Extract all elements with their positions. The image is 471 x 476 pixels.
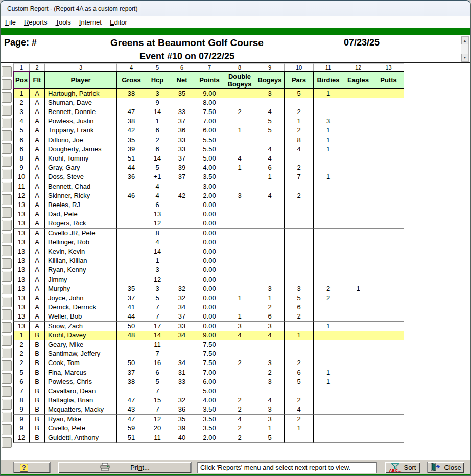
cell-points[interactable]: 0.00: [195, 293, 224, 303]
cell-eagles[interactable]: [343, 387, 373, 396]
cell-pars[interactable]: 2: [285, 126, 314, 135]
cell-pars[interactable]: 5: [285, 293, 314, 303]
column-header-points[interactable]: Points: [195, 71, 224, 89]
cell-dbogeys[interactable]: [224, 284, 255, 293]
cell-eagles[interactable]: [343, 238, 373, 247]
cell-hcp[interactable]: 4: [146, 182, 169, 191]
cell-hcp[interactable]: 3: [146, 265, 169, 275]
cell-pos[interactable]: 13: [13, 238, 30, 247]
cell-putts[interactable]: [373, 405, 404, 415]
cell-bogeys[interactable]: [255, 229, 285, 238]
cell-bogeys[interactable]: [255, 238, 285, 247]
cell-pars[interactable]: [285, 265, 314, 275]
cell-net[interactable]: 33: [169, 322, 195, 331]
column-header-eagles[interactable]: Eagles: [343, 71, 373, 89]
cell-pos[interactable]: 13: [13, 303, 30, 312]
cell-dbogeys[interactable]: [224, 200, 255, 210]
cell-hcp[interactable]: 3: [146, 89, 169, 98]
cell-flt[interactable]: A: [30, 312, 45, 322]
cell-putts[interactable]: [373, 322, 404, 331]
cell-birdies[interactable]: [314, 275, 343, 284]
cell-eagles[interactable]: [343, 89, 373, 98]
cell-flt[interactable]: B: [30, 433, 45, 443]
cell-player[interactable]: Guidetti, Anthony: [45, 433, 117, 443]
cell-pars[interactable]: 6: [285, 303, 314, 312]
cell-dbogeys[interactable]: [224, 145, 255, 154]
cell-points[interactable]: 0.00: [195, 256, 224, 265]
cell-putts[interactable]: [373, 191, 404, 200]
cell-birdies[interactable]: [314, 107, 343, 117]
cell-hcp[interactable]: 5: [146, 377, 169, 387]
cell-points[interactable]: 5.50: [195, 145, 224, 154]
cell-putts[interactable]: [373, 433, 404, 443]
cell-birdies[interactable]: [314, 163, 343, 172]
cell-birdies[interactable]: [314, 415, 343, 424]
cell-player[interactable]: Civello JR, Pete: [45, 229, 117, 238]
cell-bogeys[interactable]: 4: [255, 191, 285, 200]
cell-hcp[interactable]: 6: [146, 145, 169, 154]
cell-dbogeys[interactable]: [224, 210, 255, 219]
cell-flt[interactable]: A: [30, 210, 45, 219]
cell-putts[interactable]: [373, 377, 404, 387]
scroll-up-icon[interactable]: ▲: [461, 37, 468, 44]
cell-dbogeys[interactable]: 2: [224, 107, 255, 117]
cell-player[interactable]: Civello, Pete: [45, 424, 117, 433]
cell-putts[interactable]: [373, 163, 404, 172]
cell-eagles[interactable]: 1: [343, 284, 373, 293]
cell-gross[interactable]: 48: [117, 331, 146, 340]
cell-points[interactable]: 4.00: [195, 163, 224, 172]
cell-bogeys[interactable]: [255, 247, 285, 256]
cell-gross[interactable]: 51: [117, 433, 146, 443]
cell-putts[interactable]: [373, 117, 404, 126]
cell-pos[interactable]: 12: [13, 191, 30, 200]
cell-birdies[interactable]: 1: [314, 126, 343, 135]
cell-birdies[interactable]: [314, 219, 343, 229]
cell-player[interactable]: Powless, Justin: [45, 117, 117, 126]
cell-dbogeys[interactable]: [224, 349, 255, 358]
cell-gross[interactable]: 38: [117, 117, 146, 126]
cell-player[interactable]: Shuman, Dave: [45, 98, 117, 107]
cell-birdies[interactable]: [314, 349, 343, 358]
column-header-hcp[interactable]: Hcp: [146, 71, 169, 89]
cell-hcp[interactable]: 9: [146, 98, 169, 107]
cell-points[interactable]: 5.00: [195, 154, 224, 163]
cell-bogeys[interactable]: [255, 265, 285, 275]
cell-points[interactable]: 8.00: [195, 98, 224, 107]
cell-pars[interactable]: [285, 238, 314, 247]
cell-birdies[interactable]: 2: [314, 293, 343, 303]
cell-pars[interactable]: [285, 98, 314, 107]
cell-birdies[interactable]: [314, 312, 343, 322]
cell-pos[interactable]: 7: [13, 387, 30, 396]
cell-pars[interactable]: 2: [285, 107, 314, 117]
cell-net[interactable]: [169, 247, 195, 256]
cell-hcp[interactable]: 6: [146, 368, 169, 377]
cell-putts[interactable]: [373, 154, 404, 163]
cell-net[interactable]: [169, 98, 195, 107]
cell-bogeys[interactable]: 4: [255, 154, 285, 163]
cell-hcp[interactable]: 4: [146, 191, 169, 200]
cell-player[interactable]: Beeles, RJ: [45, 200, 117, 210]
cell-eagles[interactable]: [343, 135, 373, 145]
cell-birdies[interactable]: [314, 433, 343, 443]
cell-eagles[interactable]: [343, 172, 373, 182]
cell-birdies[interactable]: [314, 387, 343, 396]
cell-flt[interactable]: A: [30, 172, 45, 182]
cell-hcp[interactable]: 15: [146, 396, 169, 405]
help-button[interactable]: ?: [13, 462, 51, 473]
cell-flt[interactable]: A: [30, 154, 45, 163]
column-header-bogeys[interactable]: Bogeys: [255, 71, 285, 89]
cell-dbogeys[interactable]: 1: [224, 163, 255, 172]
cell-player[interactable]: Cavallaro, Dean: [45, 387, 117, 396]
cell-player[interactable]: Doss, Steve: [45, 172, 117, 182]
cell-hcp[interactable]: 1: [146, 117, 169, 126]
cell-pars[interactable]: 1: [285, 331, 314, 340]
cell-player[interactable]: Bennett, Chad: [45, 182, 117, 191]
cell-hcp[interactable]: +1: [146, 172, 169, 182]
cell-flt[interactable]: B: [30, 349, 45, 358]
cell-flt[interactable]: A: [30, 89, 45, 98]
cell-birdies[interactable]: [314, 154, 343, 163]
cell-eagles[interactable]: [343, 396, 373, 405]
cell-player[interactable]: Dougherty, James: [45, 145, 117, 154]
cell-gross[interactable]: [117, 98, 146, 107]
cell-birdies[interactable]: 1: [314, 322, 343, 331]
